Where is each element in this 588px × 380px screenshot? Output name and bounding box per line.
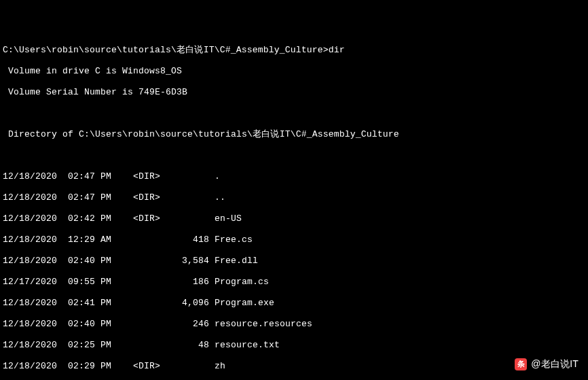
serial-line: Volume Serial Number is 749E-6D3B — [3, 87, 585, 98]
blank — [3, 150, 585, 161]
volume-line: Volume in drive C is Windows8_OS — [3, 66, 585, 77]
blank — [3, 108, 585, 119]
dir-entry: 12/18/2020 02:29 PM <DIR> zh — [3, 361, 585, 372]
watermark-text: @老白说IT — [531, 359, 578, 370]
prompt-line: C:\Users\robin\source\tutorials\老白说IT\C#… — [3, 45, 585, 56]
watermark-icon: 条 — [515, 358, 527, 370]
watermark: 条 @老白说IT — [515, 358, 578, 370]
dir-entry: 12/18/2020 02:47 PM <DIR> .. — [3, 192, 585, 203]
dir-entry: 12/18/2020 02:25 PM 48 resource.txt — [3, 340, 585, 351]
dir-entry: 12/18/2020 02:47 PM <DIR> . — [3, 171, 585, 182]
dir-entry: 12/17/2020 09:55 PM 186 Program.cs — [3, 277, 585, 288]
dir-entry: 12/18/2020 02:41 PM 4,096 Program.exe — [3, 298, 585, 309]
dir-entry: 12/18/2020 02:42 PM <DIR> en-US — [3, 213, 585, 224]
prompt-path: C:\Users\robin\source\tutorials\老白说IT\C#… — [3, 45, 323, 55]
dir-entry: 12/18/2020 02:40 PM 3,584 Free.dll — [3, 256, 585, 266]
cmd-dir: dir — [329, 45, 345, 55]
dir-entry: 12/18/2020 12:29 AM 418 Free.cs — [3, 235, 585, 245]
dir-entry: 12/18/2020 02:40 PM 246 resource.resourc… — [3, 319, 585, 330]
dir-of-line: Directory of C:\Users\robin\source\tutor… — [3, 129, 585, 140]
